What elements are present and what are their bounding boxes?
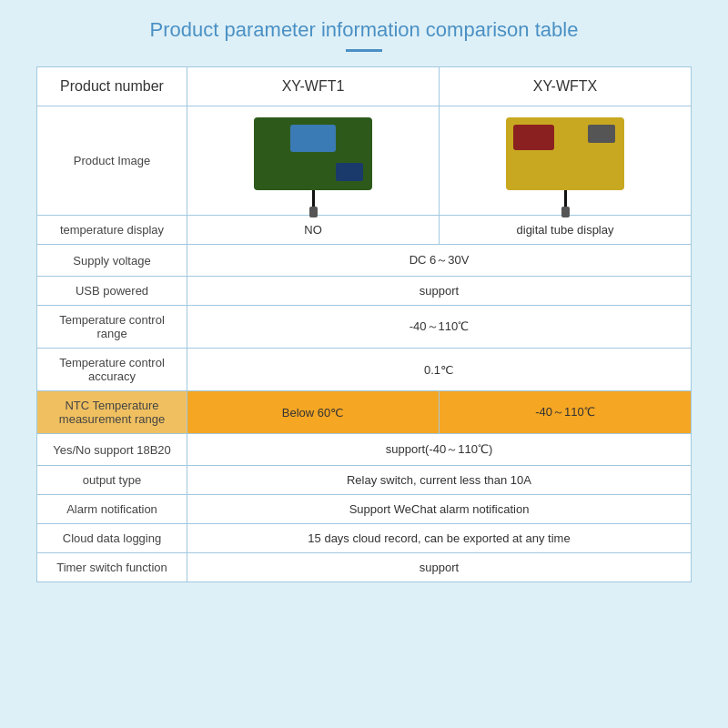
label-alarm-notification: Alarm notification: [37, 495, 187, 524]
row-temperature-display: temperature display NO digital tube disp…: [37, 216, 692, 245]
row-support-18b20: Yes/No support 18B20 support(-40～110℃): [37, 434, 692, 466]
col1-product-image: [187, 106, 440, 216]
image-xy-wft1: [254, 117, 372, 204]
value-usb-powered: support: [187, 277, 692, 306]
value-supply-voltage: DC 6～30V: [187, 245, 692, 277]
cable2: [564, 190, 567, 217]
value-cloud-data-logging: 15 days cloud record, can be exported at…: [187, 524, 692, 553]
label-product-image: Product Image: [37, 106, 187, 216]
col2-ntc-temp-range: -40～110℃: [440, 391, 692, 434]
row-output-type: output type Relay switch, current less t…: [37, 466, 692, 495]
value-support-18b20: support(-40～110℃): [187, 434, 692, 466]
col1-ntc-temp-range: Below 60℃: [187, 391, 440, 434]
pcb2-board: [506, 117, 624, 190]
row-temp-control-accuracy: Temperature control accuracy 0.1℃: [37, 349, 692, 391]
col2-temperature-display: digital tube display: [440, 216, 692, 245]
col1-temperature-display: NO: [187, 216, 440, 245]
label-usb-powered: USB powered: [37, 277, 187, 306]
title-underline: [346, 49, 382, 52]
label-ntc-temp-range: NTC Temperature measurement range: [37, 391, 187, 434]
image-xy-wftx: [506, 117, 624, 204]
col1-product-number: XY-WFT1: [187, 67, 440, 106]
page-title: Product parameter information comparison…: [150, 18, 579, 42]
label-timer-switch: Timer switch function: [37, 553, 187, 582]
label-supply-voltage: Supply voltage: [37, 245, 187, 277]
row-ntc-temp-range: NTC Temperature measurement range Below …: [37, 391, 692, 434]
row-temp-control-range: Temperature control range -40～110℃: [37, 306, 692, 349]
col2-product-image: [440, 106, 692, 216]
row-cloud-data-logging: Cloud data logging 15 days cloud record,…: [37, 524, 692, 553]
value-temp-control-range: -40～110℃: [187, 306, 692, 349]
row-usb-powered: USB powered support: [37, 277, 692, 306]
label-support-18b20: Yes/No support 18B20: [37, 434, 187, 466]
value-alarm-notification: Support WeChat alarm notification: [187, 495, 692, 524]
row-product-number: Product number XY-WFT1 XY-WFTX: [37, 67, 692, 106]
label-cloud-data-logging: Cloud data logging: [37, 524, 187, 553]
label-temp-control-range: Temperature control range: [37, 306, 187, 349]
label-temp-control-accuracy: Temperature control accuracy: [37, 349, 187, 391]
cable1: [312, 190, 315, 217]
value-timer-switch: support: [187, 553, 692, 582]
label-product-number: Product number: [37, 67, 187, 106]
comparison-table: Product number XY-WFT1 XY-WFTX Product I…: [36, 66, 692, 582]
value-temp-control-accuracy: 0.1℃: [187, 349, 692, 391]
col2-product-number: XY-WFTX: [440, 67, 692, 106]
row-alarm-notification: Alarm notification Support WeChat alarm …: [37, 495, 692, 524]
label-output-type: output type: [37, 466, 187, 495]
pcb1-board: [254, 117, 372, 190]
value-output-type: Relay switch, current less than 10A: [187, 466, 692, 495]
row-product-image: Product Image: [37, 106, 692, 216]
row-timer-switch: Timer switch function support: [37, 553, 692, 582]
label-temperature-display: temperature display: [37, 216, 187, 245]
row-supply-voltage: Supply voltage DC 6～30V: [37, 245, 692, 277]
